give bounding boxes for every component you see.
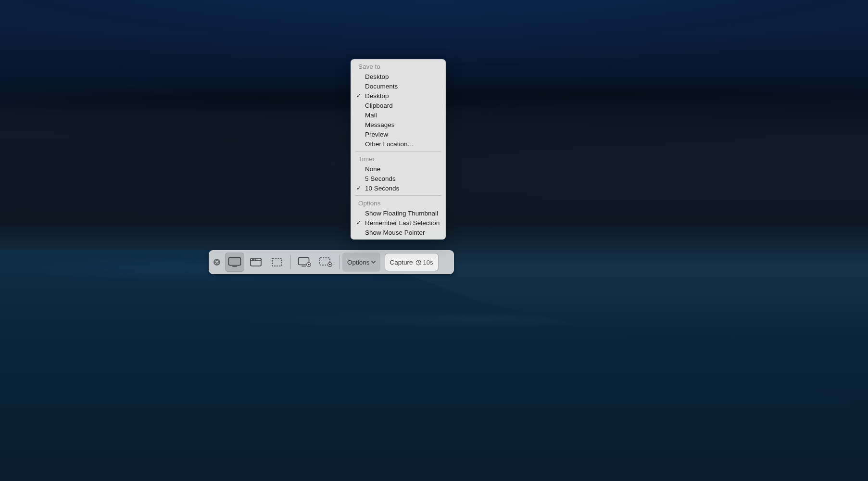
menu-header-timer: Timer xyxy=(351,154,446,164)
menu-item-label: Remember Last Selection xyxy=(365,219,440,227)
record-entire-screen-button[interactable] xyxy=(295,253,314,272)
menu-item-label: None xyxy=(365,165,380,173)
menu-item-remember-last-selection[interactable]: ✓Remember Last Selection xyxy=(351,218,446,228)
menu-item-label: 10 Seconds xyxy=(365,185,399,192)
menu-item-save-documents[interactable]: Documents xyxy=(351,81,446,91)
record-selected-portion-button[interactable] xyxy=(316,253,335,272)
menu-item-save-preview[interactable]: Preview xyxy=(351,129,446,139)
check-icon: ✓ xyxy=(356,219,361,226)
record-selected-portion-icon xyxy=(319,257,332,267)
close-icon xyxy=(213,258,221,266)
svg-point-16 xyxy=(329,264,331,266)
menu-item-label: Messages xyxy=(365,121,395,128)
menu-item-timer-5s[interactable]: 5 Seconds xyxy=(351,174,446,183)
menu-item-save-desktop-2[interactable]: ✓Desktop xyxy=(351,91,446,101)
svg-point-6 xyxy=(252,259,253,260)
menu-item-save-mail[interactable]: Mail xyxy=(351,110,446,120)
menu-item-save-other-location[interactable]: Other Location… xyxy=(351,139,446,149)
menu-item-label: Desktop xyxy=(365,73,389,80)
check-icon: ✓ xyxy=(356,92,361,99)
menu-item-save-clipboard[interactable]: Clipboard xyxy=(351,101,446,110)
menu-item-label: Desktop xyxy=(365,92,389,100)
svg-point-13 xyxy=(308,264,310,266)
menu-item-label: Clipboard xyxy=(365,102,393,109)
menu-header-save-to: Save to xyxy=(351,62,446,72)
selected-portion-icon xyxy=(271,257,283,267)
menu-item-label: Show Mouse Pointer xyxy=(365,229,425,236)
selected-window-icon xyxy=(250,257,262,267)
capture-entire-screen-button[interactable] xyxy=(225,253,244,272)
capture-button[interactable]: Capture 10s xyxy=(385,253,438,271)
menu-item-label: 5 Seconds xyxy=(365,175,396,182)
capture-label: Capture xyxy=(390,259,413,266)
menu-item-timer-10s[interactable]: ✓10 Seconds xyxy=(351,183,446,193)
timer-icon xyxy=(415,259,422,266)
close-button[interactable] xyxy=(212,257,222,267)
svg-rect-9 xyxy=(272,258,282,266)
menu-item-show-mouse-pointer[interactable]: Show Mouse Pointer xyxy=(351,228,446,237)
menu-item-label: Preview xyxy=(365,131,388,138)
capture-selected-portion-button[interactable] xyxy=(267,253,287,272)
menu-item-show-floating-thumbnail[interactable]: Show Floating Thumbnail xyxy=(351,208,446,218)
menu-separator xyxy=(355,151,441,152)
options-button[interactable]: Options xyxy=(342,253,380,272)
menu-item-label: Mail xyxy=(365,112,377,119)
menu-item-label: Other Location… xyxy=(365,140,414,148)
options-label: Options xyxy=(347,259,370,266)
menu-item-label: Documents xyxy=(365,83,398,90)
chevron-down-icon xyxy=(371,261,376,264)
svg-rect-2 xyxy=(229,258,241,266)
capture-timer-indicator: 10s xyxy=(415,259,433,266)
svg-rect-11 xyxy=(302,266,306,267)
svg-line-19 xyxy=(418,263,420,264)
menu-separator xyxy=(355,195,441,196)
menu-item-label: Show Floating Thumbnail xyxy=(365,210,438,217)
screenshot-toolbar: Options Capture 10s xyxy=(209,250,454,274)
svg-rect-3 xyxy=(232,266,237,267)
check-icon: ✓ xyxy=(356,185,361,191)
capture-timer-value: 10s xyxy=(423,259,433,266)
menu-header-options: Options xyxy=(351,198,446,208)
entire-screen-icon xyxy=(228,257,241,267)
svg-point-7 xyxy=(253,259,254,260)
capture-selected-window-button[interactable] xyxy=(246,253,265,272)
svg-point-8 xyxy=(255,259,256,260)
record-entire-screen-icon xyxy=(298,257,311,267)
toolbar-separator xyxy=(339,255,340,269)
menu-item-save-messages[interactable]: Messages xyxy=(351,120,446,129)
toolbar-separator xyxy=(290,255,291,269)
menu-item-save-desktop[interactable]: Desktop xyxy=(351,72,446,81)
options-menu: Save to Desktop Documents ✓Desktop Clipb… xyxy=(351,59,446,240)
menu-item-timer-none[interactable]: None xyxy=(351,164,446,174)
